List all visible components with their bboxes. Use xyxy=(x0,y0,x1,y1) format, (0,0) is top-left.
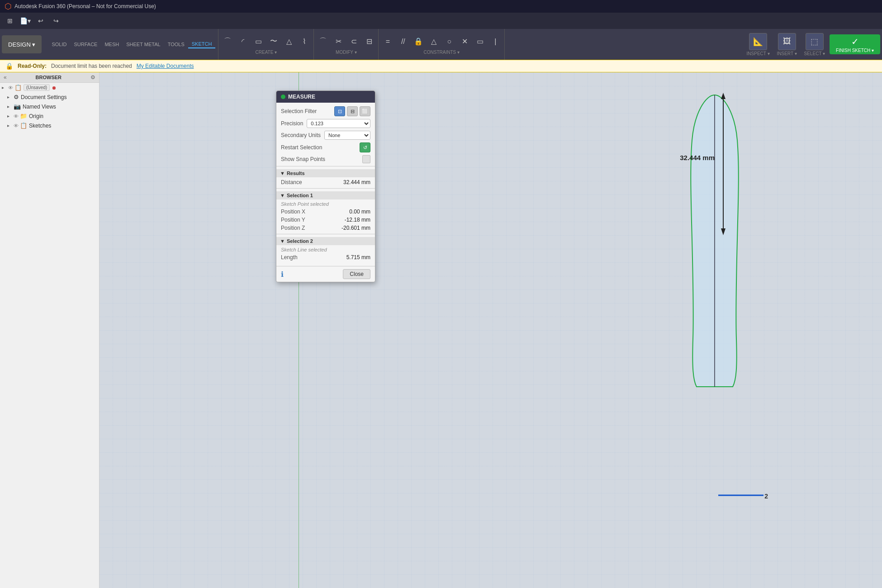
finish-sketch-label: FINISH SKETCH ▾ xyxy=(836,48,874,53)
constraints-label-text: CONSTRAINTS ▾ xyxy=(424,50,460,55)
show-snap-points-label: Show Snap Points xyxy=(281,156,325,162)
toolbar-right: 📐 INSPECT ▾ 🖼 INSERT ▾ ⬚ SELECT ▾ ✓ FINI… xyxy=(744,32,880,57)
selection1-arrow: ▼ xyxy=(280,193,285,198)
browser-back-btn[interactable]: « xyxy=(4,74,7,81)
browser-settings-btn[interactable]: ⚙ xyxy=(90,74,95,81)
modify-label[interactable]: MODIFY ▾ xyxy=(336,50,356,55)
fillet-tool[interactable]: ⌒ xyxy=(316,34,330,49)
filter-edge-btn[interactable]: ⊟ xyxy=(347,106,358,116)
tab-tools[interactable]: TOOLS xyxy=(164,41,188,48)
browser-collapse: « xyxy=(4,74,7,81)
show-snap-points-checkbox[interactable] xyxy=(362,155,370,163)
pos-y-row: Position Y -12.18 mm xyxy=(281,217,370,223)
redo-button[interactable]: ↪ xyxy=(50,14,62,27)
browser-title: BROWSER xyxy=(36,75,62,80)
info-icon[interactable]: ℹ xyxy=(281,270,284,279)
create-label[interactable]: CREATE ▾ xyxy=(256,50,277,55)
tree-icon-sketches: 📋 xyxy=(20,122,27,129)
svg-marker-3 xyxy=(721,93,726,99)
finish-sketch-button[interactable]: ✓ FINISH SKETCH ▾ xyxy=(830,34,880,54)
tree-arrow-root: ▸ xyxy=(2,85,8,90)
restart-selection-btn[interactable]: ↺ xyxy=(360,142,370,152)
tab-solid[interactable]: SOLID xyxy=(48,41,70,48)
main-area: « BROWSER ⚙ ▸ 👁 📋 (Unsaved) ⏺ ▸ ⚙ Docume… xyxy=(0,72,882,588)
filter-face-btn[interactable]: ⬜ xyxy=(360,106,370,116)
spline-tool[interactable]: 〜 xyxy=(266,34,281,49)
canvas[interactable]: 2 32.444 mm MEASURE Selection Filter ⊡ ⊟… xyxy=(100,72,882,588)
polygon-tool[interactable]: ⌇ xyxy=(297,34,312,49)
pos-x-value: 0.00 mm xyxy=(349,209,370,215)
pos-z-row: Position Z -20.601 mm xyxy=(281,225,370,231)
divider-3 xyxy=(276,234,375,234)
inspect-label[interactable]: INSPECT ▾ xyxy=(747,51,770,56)
rect-constraint[interactable]: ▭ xyxy=(473,34,487,49)
equal-constraint[interactable]: = xyxy=(380,34,395,49)
selection2-label: Selection 2 xyxy=(287,238,313,244)
secondary-units-row: Secondary Units None xyxy=(281,131,370,140)
selection1-section-header[interactable]: ▼ Selection 1 xyxy=(276,191,375,199)
secondary-units-select[interactable]: None xyxy=(324,131,370,140)
filter-point-btn[interactable]: ⊡ xyxy=(334,106,345,116)
editable-documents-link[interactable]: My Editable Documents xyxy=(137,63,194,69)
tree-eye-root[interactable]: 👁 xyxy=(8,85,13,90)
insert-label[interactable]: INSERT ▾ xyxy=(777,51,797,56)
inspect-icon-btn[interactable]: 📐 xyxy=(749,33,767,50)
tree-eye-origin[interactable]: 👁 xyxy=(14,114,19,119)
tab-sketch[interactable]: SKETCH xyxy=(188,40,216,48)
svg-marker-4 xyxy=(721,228,726,235)
modify-label-text: MODIFY ▾ xyxy=(336,50,356,55)
file-menu-button[interactable]: 📄▾ xyxy=(19,14,32,27)
arc-tool[interactable]: ◜ xyxy=(236,34,250,49)
distance-value: 32.444 mm xyxy=(343,179,370,185)
grid-menu-button[interactable]: ⊞ xyxy=(4,14,16,27)
insert-icon-btn[interactable]: 🖼 xyxy=(778,33,796,50)
tree-item-named-views[interactable]: ▸ 📷 Named Views xyxy=(0,102,99,111)
tree-item-origin[interactable]: ▸ 👁 📁 Origin xyxy=(0,111,99,121)
triangle-constraint[interactable]: △ xyxy=(427,34,441,49)
project-tool[interactable]: ⊟ xyxy=(362,34,376,49)
lock-constraint[interactable]: 🔒 xyxy=(411,34,426,49)
design-dropdown[interactable]: DESIGN ▾ xyxy=(2,35,42,53)
pos-z-label: Position Z xyxy=(281,225,305,231)
tab-sheet-metal[interactable]: SHEET METAL xyxy=(123,41,164,48)
select-icon-btn[interactable]: ⬚ xyxy=(806,33,824,50)
unsaved-badge: (Unsaved) xyxy=(24,84,50,91)
tree-item-root[interactable]: ▸ 👁 📋 (Unsaved) ⏺ xyxy=(0,83,99,92)
tangent-constraint[interactable]: ✕ xyxy=(457,34,472,49)
selection2-section-header[interactable]: ▼ Selection 2 xyxy=(276,237,375,245)
rect-tool[interactable]: ▭ xyxy=(251,34,266,49)
pos-y-label: Position Y xyxy=(281,217,305,223)
trim-tool[interactable]: ✂ xyxy=(331,34,346,49)
triangle-tool[interactable]: △ xyxy=(282,34,296,49)
tree-item-doc-settings[interactable]: ▸ ⚙ Document Settings xyxy=(0,92,99,102)
tab-surface[interactable]: SURFACE xyxy=(70,41,101,48)
dialog-title: MEASURE xyxy=(288,94,315,100)
circle-constraint[interactable]: ○ xyxy=(442,34,456,49)
results-section-header[interactable]: ▼ Results xyxy=(276,169,375,177)
line-tool[interactable]: ⌒ xyxy=(220,34,235,49)
tab-group-modes: SOLID SURFACE MESH SHEET METAL TOOLS SKE… xyxy=(45,29,218,60)
divider-1 xyxy=(276,166,375,166)
tree-eye-sketches[interactable]: 👁 xyxy=(14,123,19,128)
undo-button[interactable]: ↩ xyxy=(34,14,47,27)
readonly-label: Read-Only: xyxy=(18,63,47,69)
sketch-line-selected xyxy=(718,493,763,498)
selection-number-2: 2 xyxy=(764,493,768,500)
create-label-text: CREATE ▾ xyxy=(256,50,277,55)
divider-2 xyxy=(276,188,375,189)
offset-tool[interactable]: ⊂ xyxy=(346,34,361,49)
parallel-constraint[interactable]: // xyxy=(396,34,410,49)
constraints-label[interactable]: CONSTRAINTS ▾ xyxy=(424,50,460,55)
status-bar: 🔒 Read-Only: Document limit has been rea… xyxy=(0,60,882,72)
tree-item-sketches[interactable]: ▸ 👁 📋 Sketches xyxy=(0,121,99,130)
length-label: Length xyxy=(281,254,298,261)
line-constraint[interactable]: | xyxy=(488,34,503,49)
browser-header: « BROWSER ⚙ xyxy=(0,72,99,83)
dialog-footer: ℹ Close xyxy=(276,266,375,282)
precision-select[interactable]: 0.123 xyxy=(307,119,370,128)
tab-mesh[interactable]: MESH xyxy=(101,41,123,48)
tree-arrow-named-views: ▸ xyxy=(7,104,14,109)
results-arrow: ▼ xyxy=(280,171,285,176)
close-button[interactable]: Close xyxy=(343,269,370,279)
select-label[interactable]: SELECT ▾ xyxy=(804,51,825,56)
